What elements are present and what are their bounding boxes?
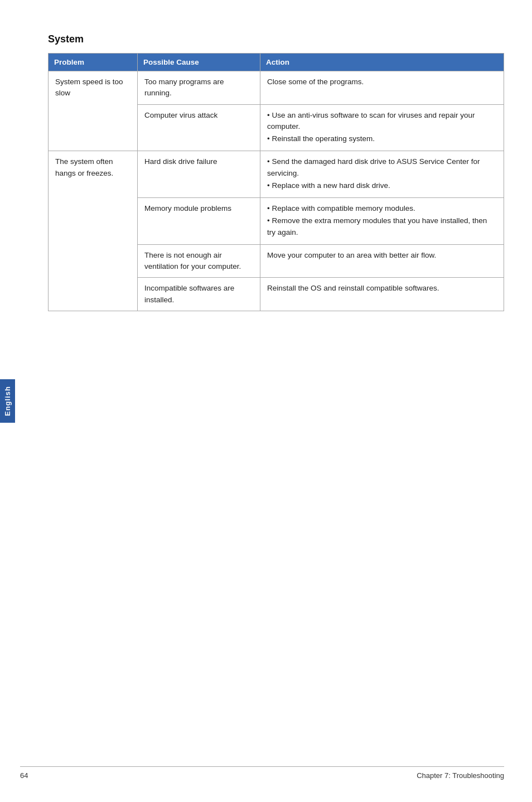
action-cell: Use an anti-virus software to scan for v… <box>260 104 504 151</box>
page-number: 64 <box>20 771 28 780</box>
action-cell: Send the damaged hard disk drive to ASUS… <box>260 151 504 198</box>
cause-cell: Incompatible softwares are installed. <box>138 278 260 311</box>
action-cell: Replace with compatible memory modules.R… <box>260 198 504 245</box>
action-cell: Close some of the programs. <box>260 71 504 105</box>
bullet-item: Replace with compatible memory modules. <box>267 203 497 214</box>
cause-cell: There is not enough air ventilation for … <box>138 244 260 278</box>
cause-cell: Hard disk drive failure <box>138 151 260 198</box>
language-tab: English <box>0 379 15 423</box>
cause-cell: Computer virus attack <box>138 104 260 151</box>
problem-cell: System speed is too slow <box>49 71 138 151</box>
page-footer: 64 Chapter 7: Troubleshooting <box>20 766 504 780</box>
col-header-action: Action <box>260 54 504 71</box>
cause-cell: Too many programs are running. <box>138 71 260 105</box>
troubleshooting-table: Problem Possible Cause Action System spe… <box>48 53 504 311</box>
problem-cell: The system often hangs or freezes. <box>49 151 138 311</box>
col-header-problem: Problem <box>49 54 138 71</box>
col-header-cause: Possible Cause <box>138 54 260 71</box>
bullet-item: Remove the extra memory modules that you… <box>267 215 497 238</box>
action-cell: Reinstall the OS and reinstall compatibl… <box>260 278 504 311</box>
bullet-item: Use an anti-virus software to scan for v… <box>267 110 497 133</box>
section-title: System <box>48 33 504 45</box>
cause-cell: Memory module problems <box>138 198 260 245</box>
chapter-label: Chapter 7: Troubleshooting <box>417 771 504 780</box>
table-row: System speed is too slowToo many program… <box>49 71 504 105</box>
table-row: The system often hangs or freezes.Hard d… <box>49 151 504 198</box>
bullet-item: Reinstall the operating system. <box>267 133 497 144</box>
page-content: System Problem Possible Cause Action Sys… <box>20 0 532 356</box>
action-cell: Move your computer to an area with bette… <box>260 244 504 278</box>
bullet-item: Send the damaged hard disk drive to ASUS… <box>267 156 497 179</box>
bullet-item: Replace with a new hard disk drive. <box>267 180 497 191</box>
